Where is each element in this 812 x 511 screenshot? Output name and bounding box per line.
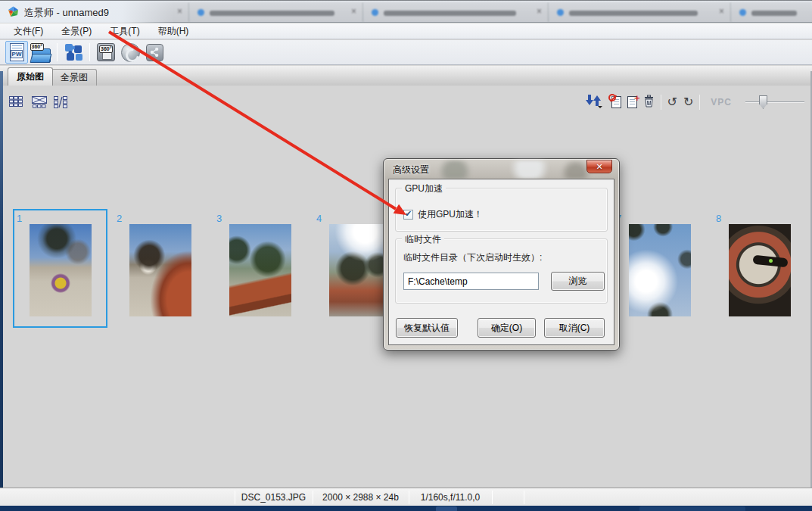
tab-close-icon: × <box>719 6 724 17</box>
gpu-group-title: GPU加速 <box>402 182 446 195</box>
menu-tools[interactable]: 工具(T) <box>101 23 148 39</box>
plus-icon: + <box>634 92 640 104</box>
title-bar[interactable]: × × × × <box>0 1 812 23</box>
thumbnail-number: 4 <box>316 213 322 224</box>
background-tab <box>732 2 812 22</box>
temp-dir-input[interactable] <box>403 273 539 290</box>
dialog-body: GPU加速 ✔ 使用GPU加速！ 临时文件 临时文件目录（下次启动时生效）: 浏… <box>388 179 614 345</box>
tab-favicon <box>372 9 378 16</box>
app-window: × × × × <box>0 0 812 511</box>
view-tab-strip: 原始图 全景图 <box>0 66 812 86</box>
taskbar-hint <box>639 506 745 511</box>
gpu-checkbox[interactable]: ✔ <box>403 210 413 220</box>
marker-dot <box>769 259 773 263</box>
delete-button[interactable] <box>643 95 655 111</box>
tab-title-blur <box>751 11 797 16</box>
background-tab: × <box>364 2 549 22</box>
gpu-checkbox-label[interactable]: 使用GPU加速！ <box>418 208 483 221</box>
main-toolbar: PW 360° 360° <box>0 40 812 65</box>
checkmark-icon: ✔ <box>405 210 412 218</box>
status-filename: DSC_0153.JPG <box>235 488 313 506</box>
grid-view-icon <box>9 96 23 107</box>
preview-globe-icon <box>121 43 140 62</box>
toolbar-separator <box>89 43 90 61</box>
menu-file[interactable]: 文件(F) <box>5 23 52 39</box>
tools-separator <box>699 95 700 110</box>
thumbnail-photo-8[interactable] <box>729 224 791 316</box>
thumbnail-photo-2[interactable] <box>129 224 191 316</box>
app-title-area: 造景师 - unnamed9 <box>0 1 174 23</box>
thumbnail-photo-4[interactable] <box>329 224 391 316</box>
clear-images-button[interactable] <box>611 96 621 108</box>
thumbnail-tools: + ↺ ↻ VPC <box>585 93 805 111</box>
tab-title-blur <box>210 11 334 16</box>
tab-title-blur <box>384 11 516 16</box>
status-exposure: 1/160s,f/11.0,0 <box>409 488 492 506</box>
temp-group-title: 临时文件 <box>402 233 444 246</box>
slider-track <box>745 101 804 103</box>
stitch-button[interactable] <box>62 41 85 64</box>
preview-button <box>119 41 142 64</box>
tab-title-blur <box>569 11 698 16</box>
tab-favicon <box>198 9 204 16</box>
sort-button[interactable] <box>585 93 602 111</box>
background-tab: × <box>549 2 731 22</box>
status-separator <box>492 491 493 504</box>
cancel-button[interactable]: 取消(C) <box>544 318 605 338</box>
thumbnail-number: 3 <box>216 213 222 224</box>
thumbnail-photo-7[interactable] <box>629 224 691 316</box>
window-left-border <box>0 71 3 506</box>
tab-favicon <box>557 9 564 16</box>
tab-favicon <box>739 9 746 16</box>
menu-panorama[interactable]: 全景(P) <box>52 23 101 39</box>
tab-close-icon: × <box>351 6 356 17</box>
tab-close-icon: × <box>177 6 182 17</box>
tab-original-images[interactable]: 原始图 <box>8 67 53 86</box>
ok-button[interactable]: 确定(O) <box>478 318 536 338</box>
advanced-settings-dialog: 高级设置 ✕ GPU加速 ✔ 使用GPU加速！ 临时文件 临时文件目录（下次启动… <box>383 158 620 351</box>
list-view-button[interactable] <box>54 96 68 111</box>
no-circle-icon <box>608 94 616 101</box>
gpu-groupbox: GPU加速 ✔ 使用GPU加速！ <box>395 188 608 232</box>
new-project-button[interactable]: PW <box>5 41 28 64</box>
tools-separator <box>661 95 661 110</box>
tab-close-icon: × <box>537 6 542 17</box>
taskbar-hint <box>436 506 457 511</box>
share-icon <box>146 44 163 61</box>
sort-arrows-icon <box>585 93 602 108</box>
status-dimensions: 2000 × 2988 × 24b <box>313 488 409 506</box>
app-logo-icon <box>7 5 20 18</box>
pw-document-icon: PW <box>10 43 24 61</box>
temp-file-groupbox: 临时文件 临时文件目录（下次启动时生效）: 浏览 <box>395 238 608 304</box>
save-panorama-button[interactable]: 360° <box>95 41 117 64</box>
zoom-slider[interactable] <box>745 95 804 110</box>
list-view-icon <box>54 96 68 108</box>
browse-button[interactable]: 浏览 <box>551 272 605 291</box>
open-panorama-button[interactable]: 360° <box>30 41 52 64</box>
rotate-ccw-button[interactable]: ↺ <box>667 96 677 108</box>
save-floppy-icon: 360° <box>97 43 115 61</box>
trash-icon <box>643 95 655 107</box>
status-separator <box>524 491 524 504</box>
slider-thumb[interactable] <box>759 95 767 109</box>
grid-view-button[interactable] <box>9 96 23 111</box>
rotate-cw-button[interactable]: ↻ <box>683 96 693 108</box>
taskbar-sliver <box>0 506 812 511</box>
thumbnail-number: 2 <box>117 213 122 224</box>
share-button <box>143 41 166 64</box>
thumbnail-photo-3[interactable] <box>229 224 291 316</box>
open-folder-icon: 360° <box>32 48 51 63</box>
status-bar: DSC_0153.JPG 2000 × 2988 × 24b 1/160s,f/… <box>0 488 812 506</box>
tab-panorama[interactable]: 全景图 <box>51 69 97 86</box>
background-tab: × <box>190 2 363 22</box>
menu-help[interactable]: 帮助(H) <box>149 23 198 39</box>
add-images-button[interactable]: + <box>627 96 637 108</box>
preview-view-button[interactable] <box>32 96 47 111</box>
preview-view-icon <box>32 96 47 108</box>
menu-bar: 文件(F) 全景(P) 工具(T) 帮助(H) <box>0 23 812 39</box>
temp-dir-label: 临时文件目录（下次启动时生效）: <box>403 251 542 264</box>
restore-defaults-button[interactable]: 恢复默认值 <box>396 318 458 338</box>
dialog-title: 高级设置 <box>393 164 429 176</box>
dialog-close-button[interactable]: ✕ <box>586 160 612 173</box>
toolbar-separator <box>57 43 58 61</box>
